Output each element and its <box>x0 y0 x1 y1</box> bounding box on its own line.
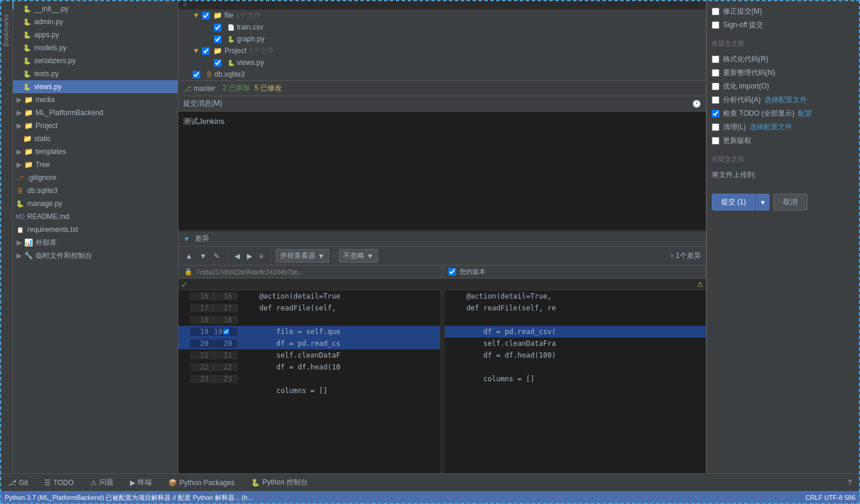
tree-item-apps[interactable]: 🐍 apps.py <box>13 28 178 41</box>
bottom-tab-terminal[interactable]: ▶ 终端 <box>126 475 155 490</box>
checkbox-viewspy[interactable] <box>214 59 221 67</box>
checkbox-file-group[interactable] <box>202 12 210 19</box>
checkbox-cleanup: 清理(L) 选择配置文件 <box>712 120 855 134</box>
diff-edit-btn[interactable]: ✎ <box>211 251 222 261</box>
main-container: 结构 Bookmarks 🐍 __init__.py 🐍 admin.py 🐍 … <box>0 0 860 504</box>
tree-label-ml: ML_PlatformBackend <box>35 109 103 117</box>
tree-item-serializers[interactable]: 🐍 serializers.py <box>13 54 178 67</box>
tree-item-requirements[interactable]: 📋 requirements.txt <box>13 223 178 236</box>
file-item-graphpy[interactable]: 🐍 graph.py <box>178 33 706 45</box>
diff-collapse-icon[interactable]: ▼ <box>183 235 190 243</box>
bottom-tab-git[interactable]: ⎇ Git <box>5 476 31 489</box>
console-icon: 🐍 <box>251 479 260 487</box>
right-diff-pane: ⚠ @action(detail=True, def readFile(self… <box>445 279 706 473</box>
todo-checkbox[interactable] <box>712 110 719 117</box>
tree-item-init[interactable]: 🐍 __init__.py <box>13 2 178 15</box>
sqlite-icon: 🗄 <box>15 186 25 195</box>
linenum-r16: 16 <box>214 292 237 300</box>
tree-item-gitignore[interactable]: ⎇ .gitignore <box>13 171 178 184</box>
commit-message-input[interactable]: 测试Jenkins <box>178 112 706 230</box>
amend-checkbox[interactable] <box>712 8 719 15</box>
tree-item-templates[interactable]: ▶ 📁 templates <box>13 145 178 158</box>
format-checkbox[interactable] <box>712 55 719 63</box>
update-copyright-checkbox[interactable] <box>712 137 719 145</box>
view-mode-dropdown[interactable]: 并排查看器 ▼ <box>276 249 329 263</box>
diff-pane-divider <box>440 279 445 473</box>
bottom-tab-packages[interactable]: 📦 Python Packages <box>165 476 238 489</box>
packages-icon: 📦 <box>168 479 177 487</box>
optimize-import-checkbox[interactable] <box>712 83 719 90</box>
checkbox-graphpy[interactable] <box>214 35 221 43</box>
tree-item-project[interactable]: ▶ 📁 Project <box>13 119 178 132</box>
diff-prev-btn[interactable]: ◀ <box>232 251 242 261</box>
bottom-tab-help[interactable]: ? <box>844 476 855 489</box>
line19-checkbox[interactable] <box>223 329 229 335</box>
tree-item-tests[interactable]: 🐍 tests.py <box>13 67 178 80</box>
side-tab-bookmarks[interactable]: Bookmarks <box>0 9 13 51</box>
tree-item-media[interactable]: ▶ 📁 media <box>13 93 178 106</box>
tree-item-readme[interactable]: MD README.md <box>13 210 178 223</box>
diff-line-r17: def readFile(self, re <box>445 302 706 314</box>
analyze-config-link[interactable]: 选择配置文件 <box>764 95 807 105</box>
todo-config-link[interactable]: 配置 <box>798 109 812 119</box>
commit-dropdown-btn[interactable]: ▼ <box>755 194 770 211</box>
diff-list-btn[interactable]: ≡ <box>257 251 266 261</box>
tree-item-views[interactable]: 🐍 views.py <box>13 80 178 93</box>
ignore-mode-dropdown[interactable]: 不忽略 ▼ <box>339 249 378 263</box>
help-icon: ? <box>848 479 852 487</box>
right-file-checkbox[interactable] <box>448 268 456 276</box>
tree-label-sqlite: db.sqlite3 <box>27 186 57 195</box>
checkbox-signoff: Sign-off 提交 <box>712 18 855 32</box>
commit-button[interactable]: 提交 (1) <box>712 194 755 211</box>
checkbox-sqlite[interactable] <box>193 71 200 78</box>
analyze-checkbox[interactable] <box>712 96 719 104</box>
status-encoding: CRLF UTF-8 586 <box>806 494 855 501</box>
file-group-file[interactable]: ▼ 📁 file 1个文件 <box>178 9 706 21</box>
file-item-traincsv[interactable]: 📄 train.csv <box>178 21 706 33</box>
ext-icon: 📊 <box>24 238 33 247</box>
diff-line-l20: 20 20 df = pd.read_cs <box>178 338 440 349</box>
file-item-sqlite[interactable]: 🗄 db.sqlite3 <box>178 68 706 80</box>
py-icon-manage: 🐍 <box>15 199 25 208</box>
folder-icon-project: 📁 <box>24 121 33 130</box>
rearrange-checkbox[interactable] <box>712 69 719 77</box>
file-item-viewspy[interactable]: 🐍 views.py <box>178 57 706 68</box>
tree-item-admin[interactable]: 🐍 admin.py <box>13 15 178 28</box>
diff-line-r20: self.cleanDataFra <box>445 338 706 349</box>
file-group-project[interactable]: ▼ 📁 Project 1个文件 <box>178 45 706 57</box>
file-tree: 🐍 __init__.py 🐍 admin.py 🐍 apps.py 🐍 mod… <box>13 0 178 473</box>
bottom-tab-todo[interactable]: ☰ TODO <box>41 476 77 489</box>
checkbox-project-group[interactable] <box>202 47 210 55</box>
optimize-import-label: 优化 import(O) <box>723 81 769 91</box>
tree-item-static[interactable]: 📁 static <box>13 132 178 145</box>
terminal-icon: ▶ <box>130 479 135 487</box>
tree-item-sqlite[interactable]: 🗄 db.sqlite3 <box>13 184 178 197</box>
tree-item-mlplatform[interactable]: ▶ 📁 ML_PlatformBackend <box>13 106 178 119</box>
checkbox-analyze: 分析代码(A) 选择配置文件 <box>712 93 855 107</box>
diff-line-l23: 23 23 <box>178 373 440 385</box>
cleanup-config-link[interactable]: 选择配置文件 <box>750 122 792 132</box>
diff-up-btn[interactable]: ▲ <box>183 251 195 261</box>
diff-down-btn[interactable]: ▼ <box>197 251 209 261</box>
format-label: 格式化代码(R) <box>723 54 768 64</box>
tree-item-tree[interactable]: ▶ 📁 Tree <box>13 158 178 171</box>
bottom-tab-problems[interactable]: ⚠ 问题 <box>87 475 117 490</box>
checkbox-traincsv[interactable] <box>214 24 221 31</box>
cancel-button[interactable]: 取消 <box>773 194 807 211</box>
tree-item-temp[interactable]: ▶ 🔧 临时文件和控制台 <box>13 249 178 262</box>
diff-next-btn[interactable]: ▶ <box>245 251 255 261</box>
linenum-r18: 18 <box>214 316 237 324</box>
tree-item-models[interactable]: 🐍 models.py <box>13 41 178 54</box>
cancel-btn-label: 取消 <box>783 198 797 206</box>
line-number: 4 <box>183 1 187 8</box>
signoff-checkbox[interactable] <box>712 21 719 29</box>
cleanup-checkbox[interactable] <box>712 123 719 131</box>
bottom-tab-console[interactable]: 🐍 Python 控制台 <box>247 475 311 490</box>
tree-item-manage[interactable]: 🐍 manage.py <box>13 197 178 210</box>
commit-files: 4 ▼ 📁 file 1个文件 📄 train.csv <box>178 0 706 81</box>
side-tab-structure[interactable]: 结构 <box>0 0 14 9</box>
tree-label-admin: admin.py <box>34 18 63 26</box>
tree-item-external[interactable]: ▶ 📊 外部库 <box>13 236 178 249</box>
diff-header: ▼ 差异 <box>178 231 706 247</box>
diff-line-l24: columns = [] <box>178 385 440 397</box>
